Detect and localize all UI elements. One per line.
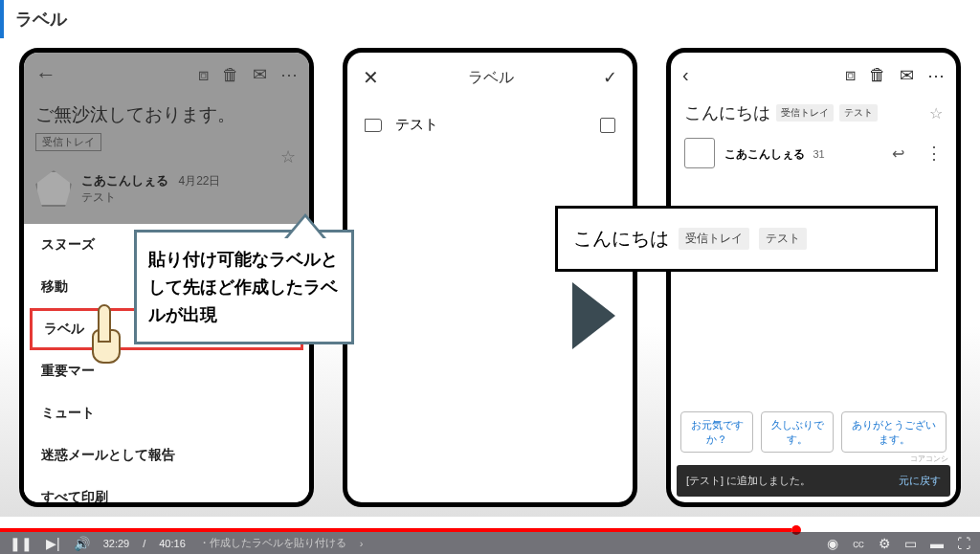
content-area: ← ⧈ 🗑 ✉ ⋯ ご無沙汰しております。 受信トレイ ☆ こあこんしぇる 4月… xyxy=(0,38,980,517)
archive-icon[interactable]: ⧈ xyxy=(845,65,856,85)
page-title: ラベル xyxy=(15,10,67,29)
chapter-title[interactable]: ・作成したラベルを貼り付ける xyxy=(199,536,346,550)
arrow-right-icon xyxy=(572,282,615,349)
settings-icon[interactable]: ⚙ xyxy=(879,536,891,551)
phone2-toolbar: ✕ ラベル ✓ xyxy=(347,53,633,102)
check-icon[interactable]: ✓ xyxy=(603,67,617,88)
detail-overlay: こんにちは 受信トレイ テスト xyxy=(555,206,938,272)
menu-mute[interactable]: ミュート xyxy=(24,392,309,434)
email-subject: ご無沙汰しております。 xyxy=(35,102,298,127)
back-icon[interactable]: ← xyxy=(35,62,56,87)
detail-test-chip: テスト xyxy=(759,228,807,250)
label-dialog-title: ラベル xyxy=(379,68,603,88)
page-header: ラベル xyxy=(0,0,980,38)
menu-important[interactable]: 重要マー xyxy=(24,350,309,392)
theater-icon[interactable]: ▬ xyxy=(930,536,944,551)
phone3-sender-row: こあこんしぇる 31 ↩ ⋮ xyxy=(671,128,956,178)
label-row[interactable]: テスト xyxy=(347,102,633,147)
avatar-icon xyxy=(35,170,72,207)
mail-icon[interactable]: ✉ xyxy=(900,65,914,86)
phone3-subject-row: こんにちは 受信トレイ テスト ☆ xyxy=(671,98,956,128)
star-icon[interactable]: ☆ xyxy=(929,104,943,122)
next-button[interactable]: ▶| xyxy=(46,536,60,551)
phone3-toolbar: ‹ ⧈ 🗑 ✉ ⋯ xyxy=(671,53,956,98)
more-icon[interactable]: ⋯ xyxy=(280,64,298,85)
archive-icon[interactable]: ⧈ xyxy=(198,65,209,85)
phone-screenshot-3: ‹ ⧈ 🗑 ✉ ⋯ こんにちは 受信トレイ テスト ☆ こあこんしぇる 31 ↩ xyxy=(666,48,961,507)
pointer-hand-icon xyxy=(88,304,126,371)
back-icon[interactable]: ‹ xyxy=(682,64,689,86)
fullscreen-icon[interactable]: ⛶ xyxy=(957,536,970,551)
detail-subject: こんにちは xyxy=(573,226,669,252)
callout-box: 貼り付け可能なラベルとして先ほど作成したラベルが出現 xyxy=(134,230,354,344)
inbox-chip: 受信トレイ xyxy=(776,104,834,122)
chevron-right-icon[interactable]: › xyxy=(360,538,364,549)
volume-icon[interactable]: 🔊 xyxy=(74,536,90,551)
menu-spam[interactable]: 迷惑メールとして報告 xyxy=(24,434,309,476)
miniplayer-icon[interactable]: ▭ xyxy=(904,536,917,551)
watermark: コアコンシ xyxy=(910,454,948,464)
delete-icon[interactable]: 🗑 xyxy=(869,65,886,85)
avatar-icon xyxy=(684,138,715,168)
snackbar-undo[interactable]: 元に戻す xyxy=(899,474,941,488)
video-player-controls: ❚❚ ▶| 🔊 32:29 / 40:16 ・作成したラベルを貼り付ける › ◉… xyxy=(0,532,980,554)
delete-icon[interactable]: 🗑 xyxy=(222,65,239,85)
tag-icon xyxy=(365,119,382,132)
label-checkbox[interactable] xyxy=(600,118,615,133)
label-name: テスト xyxy=(395,116,600,134)
phone1-header-area: ← ⧈ 🗑 ✉ ⋯ ご無沙汰しております。 受信トレイ ☆ こあこんしぇる 4月… xyxy=(24,53,309,224)
email-subject: こんにちは xyxy=(684,101,770,124)
sender-name: こあこんしぇる xyxy=(724,147,805,161)
phone-screenshot-2: ✕ ラベル ✓ テスト xyxy=(343,48,637,507)
pause-button[interactable]: ❚❚ xyxy=(10,536,33,551)
smart-reply-3[interactable]: ありがとうございます。 xyxy=(841,411,947,453)
autoplay-toggle[interactable]: ◉ xyxy=(827,536,838,551)
test-chip: テスト xyxy=(839,104,878,122)
sender-row: こあこんしぇる 4月22日 テスト xyxy=(35,170,298,214)
close-icon[interactable]: ✕ xyxy=(363,66,379,89)
mail-icon[interactable]: ✉ xyxy=(253,64,267,85)
detail-inbox-chip: 受信トレイ xyxy=(679,228,749,250)
phone1-toolbar: ← ⧈ 🗑 ✉ ⋯ xyxy=(35,62,298,87)
more-icon[interactable]: ⋯ xyxy=(927,65,945,86)
reply-icon[interactable]: ↩ xyxy=(892,144,904,163)
smart-reply-2[interactable]: 久しぶりです。 xyxy=(761,411,834,453)
sender-date: 31 xyxy=(813,148,824,160)
time-current: 32:29 xyxy=(103,538,130,549)
smart-reply-row: お元気ですか？ 久しぶりです。 ありがとうございます。 xyxy=(671,411,956,453)
sender-date: 4月22日 xyxy=(178,174,220,188)
more-vert-icon[interactable]: ⋮ xyxy=(925,143,943,164)
time-sep: / xyxy=(143,538,145,549)
callout-text: 貼り付け可能なラベルとして先ほど作成したラベルが出現 xyxy=(148,250,338,324)
inbox-tag: 受信トレイ xyxy=(35,133,101,151)
menu-print[interactable]: すべて印刷 xyxy=(24,476,309,507)
captions-button[interactable]: ㏄ xyxy=(852,535,865,552)
time-total: 40:16 xyxy=(159,538,186,549)
snackbar: [テスト] に追加しました。 元に戻す xyxy=(677,465,950,497)
smart-reply-1[interactable]: お元気ですか？ xyxy=(680,411,753,453)
snackbar-message: [テスト] に追加しました。 xyxy=(686,474,811,488)
sender-name: こあこんしぇる xyxy=(81,173,168,188)
sender-subtext: テスト xyxy=(81,189,220,206)
star-icon[interactable]: ☆ xyxy=(280,146,296,167)
